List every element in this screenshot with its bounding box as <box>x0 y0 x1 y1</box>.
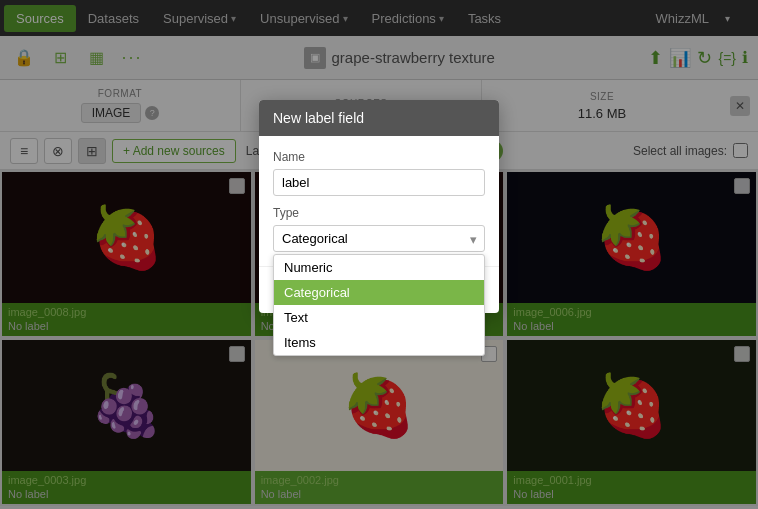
modal-type-select-wrapper: Numeric Categorical Text Items Numeric C… <box>273 225 485 252</box>
modal-name-input[interactable] <box>273 169 485 196</box>
dropdown-numeric[interactable]: Numeric <box>274 255 484 280</box>
dropdown-items[interactable]: Items <box>274 330 484 355</box>
modal-header: New label field <box>259 100 499 136</box>
modal-type-select[interactable]: Numeric Categorical Text Items <box>273 225 485 252</box>
modal-name-label: Name <box>273 150 485 164</box>
new-label-field-modal: New label field Name Type Numeric Catego… <box>259 100 499 313</box>
modal-body: Name Type Numeric Categorical Text Items… <box>259 136 499 266</box>
dropdown-text[interactable]: Text <box>274 305 484 330</box>
dropdown-categorical[interactable]: Categorical <box>274 280 484 305</box>
type-dropdown-open: Numeric Categorical Text Items <box>273 254 485 356</box>
modal-title: New label field <box>273 110 364 126</box>
modal-type-label: Type <box>273 206 485 220</box>
modal-overlay: New label field Name Type Numeric Catego… <box>0 0 758 509</box>
